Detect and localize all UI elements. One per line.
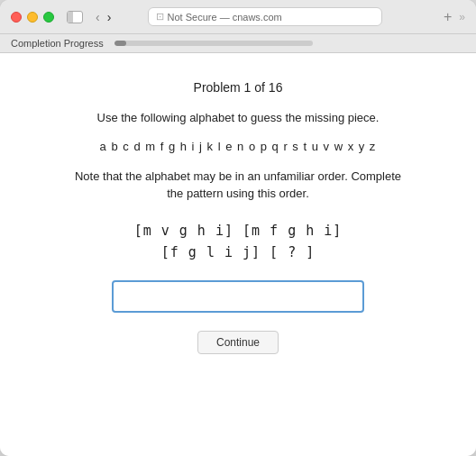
sidebar-toggle-icon[interactable] bbox=[67, 11, 83, 23]
browser-window: ‹ › ⊡ Not Secure — cnaws.com + » Complet… bbox=[0, 0, 476, 456]
instruction-text: Use the following alphabet to guess the … bbox=[97, 109, 380, 127]
nav-arrows: ‹ › bbox=[94, 11, 113, 23]
pattern-row2: [f g l i j] [ ? ] bbox=[161, 244, 316, 260]
minimize-button[interactable] bbox=[27, 12, 38, 23]
title-bar: ‹ › ⊡ Not Secure — cnaws.com + » bbox=[0, 0, 476, 34]
url-text: Not Secure — cnaws.com bbox=[168, 12, 282, 23]
address-bar[interactable]: ⊡ Not Secure — cnaws.com bbox=[148, 7, 382, 26]
lock-icon: ⊡ bbox=[156, 11, 164, 23]
chevron-right-icon: » bbox=[459, 11, 465, 23]
close-button[interactable] bbox=[11, 12, 22, 23]
problem-title: Problem 1 of 16 bbox=[194, 80, 283, 95]
traffic-lights bbox=[11, 12, 54, 23]
back-button[interactable]: ‹ bbox=[94, 11, 102, 23]
answer-input[interactable] bbox=[112, 280, 364, 313]
page-content: Problem 1 of 16 Use the following alphab… bbox=[0, 53, 476, 456]
note-text: Note that the alphabet may be in an unfa… bbox=[67, 168, 409, 203]
progress-label: Completion Progress bbox=[11, 38, 104, 49]
maximize-button[interactable] bbox=[43, 12, 54, 23]
progress-bar-container bbox=[114, 41, 313, 46]
forward-button[interactable]: › bbox=[105, 11, 114, 23]
new-tab-button[interactable]: + bbox=[444, 9, 452, 25]
tab-bar: Completion Progress bbox=[0, 34, 476, 53]
continue-button[interactable]: Continue bbox=[197, 331, 279, 354]
progress-bar-fill bbox=[114, 41, 126, 46]
alphabet-display: a b c d m f g h i j k l e n o p q r s t … bbox=[100, 140, 377, 153]
pattern-row1: [m v g h i] [m f g h i] bbox=[134, 223, 343, 239]
